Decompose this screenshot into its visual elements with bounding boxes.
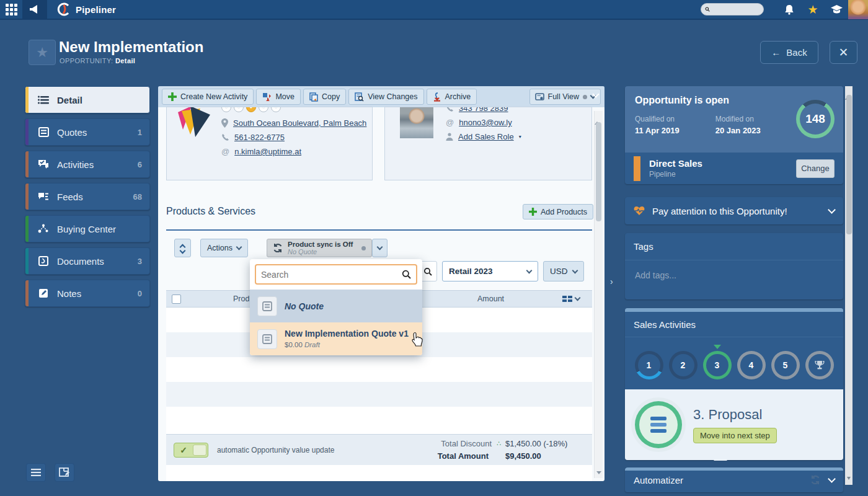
panel-collapse-chevron[interactable]: › bbox=[610, 277, 613, 286]
sidebar-item-notes[interactable]: Notes 0 bbox=[25, 280, 150, 307]
price-list-select[interactable]: Retail 2023 bbox=[442, 261, 538, 281]
archive-button[interactable]: Archive bbox=[427, 89, 477, 105]
days-count: 148 bbox=[805, 112, 825, 126]
right-scrollbar[interactable] bbox=[845, 86, 852, 485]
contact-phone-link[interactable]: 343 798 2839 bbox=[459, 107, 508, 113]
sidebar-item-buying-center[interactable]: Buying Center bbox=[25, 215, 150, 242]
sidebar-item-feeds[interactable]: Feeds 68 bbox=[25, 183, 150, 210]
add-tags-input[interactable]: Add tags... bbox=[625, 260, 843, 290]
favorites-button[interactable]: ★ bbox=[801, 0, 825, 19]
scrollbar-thumb[interactable] bbox=[846, 95, 852, 234]
notifications-button[interactable] bbox=[777, 0, 801, 19]
app-logo[interactable]: Pipeliner bbox=[57, 2, 116, 16]
step-5[interactable]: 5 bbox=[771, 351, 800, 379]
announcements-button[interactable] bbox=[22, 0, 47, 19]
automatizer-card[interactable]: Automatizer bbox=[625, 467, 843, 492]
app-grid-button[interactable] bbox=[0, 0, 22, 19]
quote-search-field[interactable] bbox=[255, 264, 417, 285]
search-icon bbox=[423, 267, 432, 276]
add-sales-role-link[interactable]: Add Sales Role bbox=[458, 132, 514, 141]
record-toolbar: Create New Activity Move Copy View Chang… bbox=[158, 86, 604, 107]
step-2[interactable]: 2 bbox=[669, 351, 698, 379]
pipeline-type: Pipeline bbox=[649, 170, 702, 179]
user-avatar[interactable] bbox=[848, 0, 868, 19]
global-search[interactable] bbox=[701, 3, 764, 16]
dropdown-item-quote-v1[interactable]: New Implementation Quote v1 $0.00 Draft bbox=[250, 322, 422, 355]
back-button[interactable]: ← Back bbox=[760, 41, 818, 64]
plus-icon bbox=[529, 208, 537, 216]
step-won[interactable] bbox=[805, 351, 834, 379]
sidebar-item-quotes[interactable]: Quotes 1 bbox=[25, 118, 150, 146]
step-3-current[interactable]: 3 bbox=[703, 351, 732, 379]
product-sync-button[interactable]: Product sync is Off No Quote bbox=[267, 239, 372, 257]
menu-list-button[interactable] bbox=[26, 463, 46, 482]
currency-select[interactable]: USD bbox=[543, 261, 584, 281]
chevron-down-icon bbox=[572, 267, 578, 273]
toggle-label: automatic Opportunity value update bbox=[217, 446, 334, 454]
contact-card[interactable]: 343 798 2839 @ hnono3@ow.ly Add Sales Ro… bbox=[384, 107, 592, 180]
stripe bbox=[25, 216, 29, 242]
move-button[interactable]: Move bbox=[256, 89, 301, 105]
column-amount[interactable]: Amount bbox=[465, 294, 558, 303]
mouse-cursor-hand bbox=[410, 332, 423, 347]
move-next-step-button[interactable]: Move into next step bbox=[693, 428, 777, 443]
add-products-button[interactable]: Add Products bbox=[523, 204, 593, 219]
attention-label: Pay attention to this Opportunity! bbox=[652, 206, 787, 216]
actions-button[interactable]: Actions bbox=[200, 239, 248, 257]
automatizer-title: Automatizer bbox=[634, 475, 683, 485]
sales-activities-title: Sales Activities bbox=[625, 312, 843, 337]
app-name: Pipeliner bbox=[76, 4, 116, 15]
create-new-activity-button[interactable]: Create New Activity bbox=[162, 89, 254, 105]
total-discount-value: $1,450.00 (-18%) bbox=[505, 439, 585, 448]
sort-rows-button[interactable] bbox=[174, 239, 191, 257]
auto-value-toggle[interactable]: ✓ bbox=[174, 443, 208, 458]
dropdown-item-no-quote[interactable]: No Quote bbox=[250, 290, 422, 322]
sidebar-item-detail[interactable]: Detail bbox=[25, 86, 150, 113]
layout-edit-icon bbox=[59, 467, 70, 477]
account-address-link[interactable]: South Ocean Boulevard, Palm Beach bbox=[233, 118, 366, 128]
megaphone-icon bbox=[29, 4, 40, 14]
account-card[interactable]: ◌◌●◌◌ South Ocean Boulevard, Palm Beach … bbox=[166, 107, 373, 180]
sidebar-item-activities[interactable]: Activities 6 bbox=[25, 151, 150, 178]
change-pipeline-button[interactable]: Change bbox=[796, 159, 835, 178]
full-view-button[interactable]: Full View bbox=[529, 89, 601, 105]
record-view-label: Detail bbox=[115, 57, 135, 64]
chevron-down-icon bbox=[180, 248, 186, 254]
quote-doc-icon bbox=[257, 329, 277, 349]
main-scrollbar[interactable] bbox=[594, 111, 603, 478]
copy-button[interactable]: Copy bbox=[303, 89, 346, 105]
contact-email-link[interactable]: hnono3@ow.ly bbox=[459, 118, 512, 127]
phone-icon bbox=[221, 133, 229, 141]
heart-pulse-icon bbox=[634, 206, 645, 216]
sidebar-item-label: Detail bbox=[57, 95, 82, 105]
account-phone-link[interactable]: 561-822-6775 bbox=[234, 133, 285, 142]
chevron-down-icon bbox=[828, 206, 836, 214]
step-4[interactable]: 4 bbox=[737, 351, 766, 379]
at-icon: @ bbox=[446, 118, 454, 127]
scrollbar-thumb[interactable] bbox=[596, 122, 601, 221]
account-email-link[interactable]: n.kimla@uptime.at bbox=[234, 147, 301, 156]
pipeline-name: Direct Sales bbox=[649, 158, 702, 169]
scroll-down-arrow[interactable] bbox=[847, 477, 851, 480]
select-all-checkbox[interactable] bbox=[172, 294, 181, 304]
sidebar-item-documents[interactable]: Documents 3 bbox=[25, 247, 150, 275]
top-bar: Pipeliner ★ bbox=[0, 0, 868, 20]
column-chooser-button[interactable] bbox=[562, 296, 592, 302]
chevron-down-icon bbox=[575, 295, 581, 301]
learning-button[interactable] bbox=[825, 0, 848, 19]
step-1[interactable]: 1 bbox=[635, 351, 663, 379]
documents-paperclip-icon bbox=[37, 256, 50, 266]
favorite-opportunity-button[interactable]: ★ bbox=[29, 40, 56, 65]
view-changes-button[interactable]: View Changes bbox=[348, 89, 423, 105]
global-search-input[interactable] bbox=[710, 6, 760, 13]
scroll-down-arrow[interactable] bbox=[596, 471, 601, 474]
layout-edit-button[interactable] bbox=[55, 463, 74, 482]
graduation-cap-icon bbox=[831, 5, 843, 14]
full-view-icon bbox=[535, 93, 544, 101]
close-button[interactable]: ✕ bbox=[830, 41, 857, 64]
total-amount-value: $9,450.00 bbox=[505, 451, 585, 461]
attention-card[interactable]: Pay attention to this Opportunity! bbox=[625, 197, 843, 224]
quote-select-dropdown-button[interactable] bbox=[372, 239, 388, 257]
quote-title: New Implementation Quote v1 bbox=[285, 329, 409, 339]
quote-search-input[interactable] bbox=[261, 270, 402, 280]
